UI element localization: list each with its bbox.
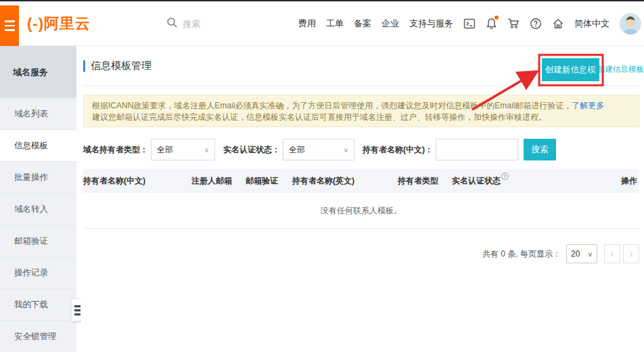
- title-accent-bar: [83, 60, 85, 72]
- info-circle-icon[interactable]: ?: [501, 173, 509, 180]
- nav-item-tickets[interactable]: 工单: [326, 18, 344, 30]
- table-empty-state: 没有任何联系人模板。: [83, 193, 639, 229]
- notification-dot: [495, 16, 499, 20]
- col-registrant-email: 注册人邮箱: [191, 175, 246, 187]
- page-title: 信息模板管理: [91, 60, 152, 72]
- nav-item-enterprise[interactable]: 企业: [382, 18, 399, 30]
- help-link-label: 创建信息模板: [597, 64, 644, 74]
- holder-type-select[interactable]: 全部 ∨: [151, 139, 215, 160]
- learn-more-link[interactable]: 了解更多: [572, 101, 604, 110]
- table-header-row: 持有者名称(中文) 注册人邮箱 邮箱验证 持有者名称(英文) 持有者类型 实名认…: [83, 169, 639, 193]
- sidebar-item-email-verification[interactable]: 邮箱验证: [0, 225, 76, 257]
- pagination-summary: 共有 0 条, 每页显示：: [482, 248, 561, 260]
- sidebar-item-batch-operations[interactable]: 批量操作: [0, 162, 76, 194]
- home-icon[interactable]: [552, 18, 564, 30]
- user-avatar[interactable]: [620, 13, 641, 35]
- sidebar-item-domain-list[interactable]: 域名列表: [0, 98, 76, 130]
- col-holder-name-cn: 持有者名称(中文): [83, 175, 191, 187]
- page: (-)阿里云 费用 工单 备案 企业 支持与服务: [0, 0, 644, 352]
- main-content: 信息模板管理 创建新信息模板 ? 创建信息模板 根据ICANN政策要求，域名注册…: [81, 46, 644, 352]
- hamburger-icon: [5, 20, 15, 22]
- col-email-verification: 邮箱验证: [246, 175, 292, 187]
- sidebar-title: 域名服务: [0, 46, 76, 98]
- prev-page-button[interactable]: ‹: [604, 244, 620, 263]
- language-switcher[interactable]: 简体中文: [574, 18, 610, 30]
- col-holder-type: 持有者类型: [398, 175, 452, 187]
- page-size-select[interactable]: 20 ∨: [566, 244, 597, 263]
- chevron-down-icon: ∨: [588, 250, 593, 258]
- holder-type-label: 域名持有者类型：: [83, 144, 148, 156]
- holder-name-input[interactable]: [436, 139, 518, 160]
- products-menu-button[interactable]: [0, 5, 19, 46]
- notice-line2: 建议您邮箱认证完成后尽快完成实名认证，信息模板实名认证后可直接用于域名注册、过户…: [92, 112, 630, 123]
- sidebar: 域名服务 域名列表 信息模板 批量操作 域名转入 邮箱验证 操作记录 我的下载 …: [0, 46, 76, 352]
- sidebar-item-domain-transfer-in[interactable]: 域名转入: [0, 194, 76, 225]
- sidebar-item-security-lock[interactable]: 安全锁管理: [0, 321, 76, 352]
- help-icon[interactable]: [530, 18, 542, 30]
- title-separator: [83, 85, 639, 86]
- pager-buttons: ‹ ›: [604, 244, 639, 263]
- filter-bar: 域名持有者类型： 全部 ∨ 实名认证状态： 全部 ∨ 持有者名称(中文)： 搜索: [83, 139, 556, 160]
- chevron-down-icon: ∨: [344, 146, 348, 154]
- console-icon[interactable]: [463, 18, 476, 30]
- navbar-right: 费用 工单 备案 企业 支持与服务 简体中文: [298, 1, 641, 46]
- top-navbar: (-)阿里云 费用 工单 备案 企业 支持与服务: [0, 1, 644, 46]
- search-icon: [166, 17, 177, 30]
- col-realname-status: 实名认证状态 ?: [452, 175, 553, 187]
- nav-item-support[interactable]: 支持与服务: [409, 18, 453, 30]
- notice-banner: 根据ICANN政策要求，域名注册人Email必须真实准确，为了方便日后管理使用，…: [83, 95, 639, 127]
- holder-name-label: 持有者名称(中文)：: [363, 144, 433, 156]
- pagination: 共有 0 条, 每页显示： 20 ∨ ‹ ›: [482, 240, 639, 267]
- col-holder-name-en: 持有者名称(英文): [292, 175, 398, 187]
- col-actions: 操作: [553, 175, 639, 187]
- verify-status-select[interactable]: 全部 ∨: [283, 139, 354, 160]
- nav-item-billing[interactable]: 费用: [298, 18, 316, 30]
- create-template-help-link[interactable]: ? 创建信息模板: [585, 64, 644, 74]
- grip-icon: [74, 305, 80, 307]
- notice-line1: 根据ICANN政策要求，域名注册人Email必须真实准确，为了方便日后管理使用，…: [92, 101, 572, 110]
- aliyun-logo[interactable]: (-)阿里云: [27, 14, 91, 34]
- filter-search-button[interactable]: 搜索: [524, 139, 556, 160]
- sidebar-item-operation-records[interactable]: 操作记录: [0, 257, 76, 289]
- sidebar-item-info-template[interactable]: 信息模板: [0, 130, 76, 162]
- notification-bell-icon[interactable]: [486, 18, 497, 30]
- cart-icon[interactable]: [507, 18, 520, 30]
- sidebar-item-my-downloads[interactable]: 我的下载: [0, 289, 76, 321]
- nav-item-icp[interactable]: 备案: [354, 18, 371, 30]
- next-page-button[interactable]: ›: [623, 244, 639, 263]
- global-search[interactable]: [166, 14, 277, 34]
- verify-status-label: 实名认证状态：: [223, 144, 280, 156]
- chevron-down-icon: ∨: [204, 146, 209, 154]
- question-circle-icon: ?: [585, 65, 595, 74]
- search-input[interactable]: [183, 19, 277, 29]
